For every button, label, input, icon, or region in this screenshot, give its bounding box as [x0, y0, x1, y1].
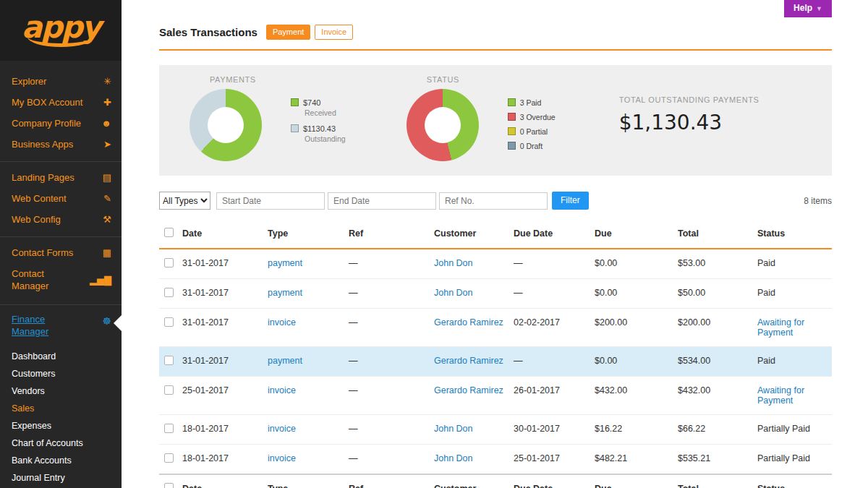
cell-type-link[interactable]: payment: [268, 258, 302, 268]
cell-due: $0.00: [595, 249, 678, 279]
payment-button[interactable]: Payment: [266, 25, 310, 40]
transactions-table: Date Type Ref Customer Due Date Due Tota…: [159, 221, 832, 488]
sidebar-item-journal-entry[interactable]: Journal Entry: [0, 471, 122, 486]
row-checkbox[interactable]: [164, 385, 174, 395]
cell-due: $16.22: [595, 415, 678, 445]
page-title: Sales Transactions: [159, 26, 258, 38]
legend-item-overdue: 3 Overdue: [508, 113, 556, 121]
sidebar-item-expenses[interactable]: Expenses: [0, 419, 122, 434]
logo-swoosh: [27, 37, 94, 47]
sidebar-item-bank-accounts[interactable]: Bank Accounts: [0, 453, 122, 468]
sidebar-item-company-profile[interactable]: Company Profile ☻: [0, 113, 122, 134]
cell-date: 31-01-2017: [182, 347, 268, 377]
cell-ref: —: [349, 445, 434, 475]
cell-date: 25-01-2017: [182, 377, 268, 415]
row-checkbox[interactable]: [164, 453, 174, 463]
sidebar-item-web-content[interactable]: Web Content ✎: [0, 188, 122, 209]
cell-total: $66.22: [678, 415, 757, 445]
header-divider: [159, 49, 832, 51]
sidebar-item-label: Business Apps: [12, 139, 73, 150]
finance-sub-nav: Dashboard Customers Vendors Sales Expens…: [0, 344, 122, 488]
cell-type-link[interactable]: invoice: [268, 424, 296, 434]
col-header-customer: Customer: [434, 221, 514, 249]
cell-status-link[interactable]: Awaiting for Payment: [757, 317, 804, 338]
col-header-total: Total: [678, 221, 757, 249]
cell-type-link[interactable]: payment: [268, 288, 302, 298]
cell-due-date: —: [514, 347, 595, 377]
finance-manager-icon: ☸: [102, 315, 111, 327]
sidebar-nav: Explorer ✳ My BOX Account ✚ Company Prof…: [0, 61, 122, 488]
cell-status: Partially Paid: [757, 415, 832, 445]
cell-status: Paid: [757, 249, 832, 279]
sidebar-item-web-config[interactable]: Web Config ⚒: [0, 209, 122, 230]
cell-due-date: 25-01-2017: [514, 445, 595, 475]
sidebar-item-contact-forms[interactable]: Contact Forms ▦: [0, 242, 122, 263]
select-all-checkbox[interactable]: [164, 483, 174, 488]
start-date-input[interactable]: [216, 192, 325, 210]
row-checkbox[interactable]: [164, 424, 174, 433]
filter-button[interactable]: Filter: [552, 192, 589, 210]
legend-swatch: [291, 98, 299, 106]
cell-type-link[interactable]: invoice: [268, 317, 296, 328]
cell-customer-link[interactable]: John Don: [434, 453, 473, 463]
sidebar-item-landing-pages[interactable]: Landing Pages ▤: [0, 167, 122, 188]
sidebar-item-label: My BOX Account: [12, 97, 82, 108]
web-content-icon: ✎: [103, 193, 111, 204]
row-checkbox[interactable]: [164, 356, 174, 365]
cell-ref: —: [349, 347, 434, 377]
col-header-due: Due: [595, 221, 678, 249]
main-area: Help▼ Sales Transactions Payment Invoice…: [122, 0, 868, 488]
sidebar-item-sales[interactable]: Sales: [0, 401, 122, 416]
cell-status: Partially Paid: [757, 445, 832, 475]
cell-customer-link[interactable]: Gerardo Ramirez: [434, 385, 503, 395]
invoice-button[interactable]: Invoice: [315, 25, 353, 40]
table-row: 31-01-2017 payment — John Don — $0.00 $5…: [159, 249, 832, 279]
outstanding-value: $1,130.43: [619, 111, 760, 134]
end-date-input[interactable]: [328, 192, 436, 210]
cell-due: $432.00: [595, 377, 678, 415]
ref-no-input[interactable]: [439, 192, 548, 210]
sidebar-item-chart-of-accounts[interactable]: Chart of Accounts: [0, 436, 122, 451]
table-header-row: Date Type Ref Customer Due Date Due Tota…: [159, 221, 832, 249]
sidebar-item-label: Web Config: [12, 214, 61, 225]
cell-ref: —: [349, 309, 434, 347]
col-header-ref: Ref: [349, 221, 434, 249]
sidebar-item-business-apps[interactable]: Business Apps ➤: [0, 134, 122, 155]
bar-chart-icon: ▂▅▇: [90, 275, 111, 286]
status-chart-title: STATUS: [427, 75, 556, 84]
select-all-checkbox[interactable]: [164, 228, 174, 237]
row-checkbox[interactable]: [164, 258, 174, 267]
sidebar-item-vendors[interactable]: Vendors: [0, 384, 122, 399]
cell-ref: —: [349, 249, 434, 279]
cell-customer-link[interactable]: John Don: [434, 424, 473, 434]
help-button[interactable]: Help▼: [784, 0, 832, 17]
sidebar-item-my-box-account[interactable]: My BOX Account ✚: [0, 92, 122, 113]
sidebar-item-label: Contact Manager: [12, 268, 64, 293]
app-logo[interactable]: appy: [0, 0, 122, 61]
outstanding-label: TOTAL OUTSTANDING PAYMENTS: [619, 95, 760, 104]
sidebar-item-explorer[interactable]: Explorer ✳: [0, 71, 122, 92]
cell-total: $432.00: [678, 377, 757, 415]
cell-ref: —: [349, 415, 434, 445]
row-checkbox[interactable]: [164, 317, 174, 327]
sidebar-item-dashboard[interactable]: Dashboard: [0, 349, 122, 364]
cell-customer-link[interactable]: John Don: [434, 258, 473, 268]
type-filter-select[interactable]: All Types: [159, 192, 210, 210]
cell-total: $534.00: [678, 347, 757, 377]
cell-customer-link[interactable]: Gerardo Ramirez: [434, 356, 503, 366]
page-content: Sales Transactions Payment Invoice PAYME…: [122, 0, 868, 488]
pages-icon: ▤: [103, 172, 111, 183]
cell-type-link[interactable]: invoice: [268, 385, 296, 395]
row-checkbox[interactable]: [164, 288, 174, 297]
cell-status-link[interactable]: Awaiting for Payment: [757, 385, 804, 406]
sidebar-item-finance-manager[interactable]: Finance Manager ☸: [0, 305, 122, 344]
cell-due-date: 02-02-2017: [514, 309, 595, 347]
cell-type-link[interactable]: invoice: [268, 453, 296, 463]
cell-customer-link[interactable]: John Don: [434, 288, 473, 298]
cell-type-link[interactable]: payment: [268, 356, 302, 366]
col-footer-ref: Ref: [349, 474, 434, 488]
sidebar-item-contact-manager[interactable]: Contact Manager ▂▅▇: [0, 263, 122, 298]
sidebar-item-customers[interactable]: Customers: [0, 367, 122, 382]
cell-customer-link[interactable]: Gerardo Ramirez: [434, 317, 503, 328]
cell-total: $50.00: [678, 279, 757, 309]
